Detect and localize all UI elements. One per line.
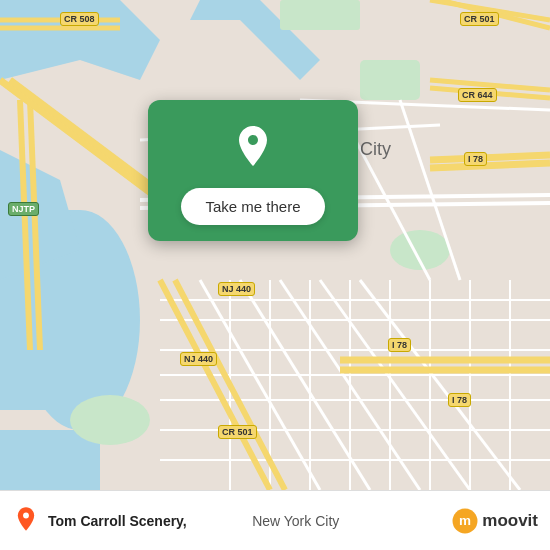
svg-text:m: m: [459, 513, 471, 528]
map-svg: City: [0, 0, 550, 490]
road-label-cr644: CR 644: [458, 88, 497, 102]
moovit-logo: m moovit: [452, 508, 538, 534]
place-name: Tom Carroll Scenery,: [48, 513, 248, 529]
map-container: City CR 508 CR 501 CR 644 I 78 NJ 440 NJ…: [0, 0, 550, 490]
road-label-cr508: CR 508: [60, 12, 99, 26]
svg-rect-8: [280, 0, 360, 30]
moovit-brand-text: moovit: [482, 511, 538, 531]
svg-point-10: [70, 395, 150, 445]
bottom-bar: Tom Carroll Scenery, New York City m moo…: [0, 490, 550, 550]
take-me-there-button[interactable]: Take me there: [181, 188, 324, 225]
svg-text:City: City: [360, 139, 391, 159]
svg-rect-7: [360, 60, 420, 100]
place-icon-wrap: [12, 505, 40, 537]
road-label-i78c: I 78: [448, 393, 471, 407]
svg-line-42: [430, 163, 550, 168]
svg-line-41: [430, 155, 550, 160]
road-label-njtp: NJTP: [8, 202, 39, 216]
road-label-nj440b: NJ 440: [180, 352, 217, 366]
road-label-cr501: CR 501: [460, 12, 499, 26]
road-label-nj440a: NJ 440: [218, 282, 255, 296]
moovit-pin-icon: [12, 505, 40, 533]
location-pin-icon: [229, 122, 277, 170]
location-icon-wrap: [225, 118, 281, 174]
road-label-i78b: I 78: [388, 338, 411, 352]
svg-point-54: [23, 512, 29, 518]
place-location: New York City: [252, 513, 452, 529]
moovit-logo-icon: m: [452, 508, 478, 534]
road-label-cr501b: CR 501: [218, 425, 257, 439]
road-label-i78a: I 78: [464, 152, 487, 166]
location-popup: Take me there: [148, 100, 358, 241]
